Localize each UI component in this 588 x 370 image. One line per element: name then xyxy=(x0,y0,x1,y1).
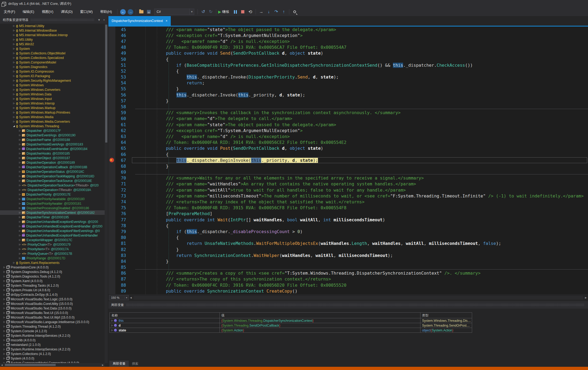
tool-tab-搜索[interactable]: 搜索 xyxy=(129,361,142,367)
tree-item-microsoft-visualstudio-text-ui-wpf-15-0-0-0-[interactable]: ▷Microsoft.VisualStudio.Text.UI.Wpf (15.… xyxy=(0,315,105,320)
expand-icon[interactable]: ▷ xyxy=(3,334,6,337)
code-line-46[interactable]: 46 /// <exception cref="T:System.Argumen… xyxy=(108,32,588,38)
locals-row-d[interactable]: ▷d{System.Threading.SendOrPostCallback}S… xyxy=(110,323,472,328)
language-select[interactable]: C# ▼ xyxy=(154,9,194,15)
editor-horizontal-scrollbar[interactable] xyxy=(134,296,583,300)
tree-item-system-4-0-0-0-[interactable]: ▷System (4.0.0.0) xyxy=(0,356,105,361)
code-line-57[interactable]: 57 } xyxy=(108,98,588,104)
code-line-53[interactable]: 53 this._dispatcher.Invoke(DispatcherPri… xyxy=(108,74,588,80)
undo-button[interactable]: ↺ xyxy=(200,8,207,15)
expand-icon[interactable]: ▷ xyxy=(3,275,6,278)
expand-icon[interactable]: ▷ xyxy=(3,348,6,350)
expand-icon[interactable]: ▷ xyxy=(3,302,6,305)
tree-item-dispatcherunhandledexceptioneventargs[interactable]: ▷DispatcherUnhandledExceptionEventArgs@0… xyxy=(0,219,105,224)
expand-icon[interactable]: ▷ xyxy=(12,47,16,50)
tree-item-system-diagnostics-tools-4-1-2-0-[interactable]: ▷System.Diagnostics.Tools (4.1.2.0) xyxy=(0,274,105,279)
open-button[interactable] xyxy=(138,8,145,15)
tree-item-ms-utility[interactable]: ▷{}MS.Utility xyxy=(0,37,105,42)
code-line-48[interactable]: 48 // Token: 0x06000F49 RID: 3913 RVA: 0… xyxy=(108,44,588,50)
menu-窗口w[interactable]: 窗口(W) xyxy=(76,8,96,16)
expand-icon[interactable]: ▷ xyxy=(12,107,16,109)
tree-item-system-windows-media[interactable]: ▷{}System.Windows.Media xyxy=(0,115,105,119)
expand-icon[interactable]: ▷ xyxy=(12,102,16,104)
code-line-52[interactable]: 52 { xyxy=(108,68,588,74)
tree-item-system-private-uri-4-0-6-0-[interactable]: ▷System.Private.Uri (4.0.6.0) xyxy=(0,288,105,292)
tree-item-dispatcherunhandledexceptionfiltereventhandler[interactable]: ▷DispatcherUnhandledExceptionFilterEvent… xyxy=(0,233,105,238)
tree-item-dispatcherhooks[interactable]: ▷DispatcherHooks@02000185 xyxy=(0,151,105,156)
expand-icon[interactable]: ▷ xyxy=(3,289,6,291)
tree-item-system-windows-input[interactable]: ▷{}System.Windows.Input xyxy=(0,96,105,101)
breakpoint-current-statement-icon[interactable] xyxy=(109,158,114,162)
tree-item-system-security-rightsmanagement[interactable]: ▷{}System.Security.RightsManagement xyxy=(0,78,105,83)
tree-item-system-threading-thread-4-1-2-0-[interactable]: ▷System.Threading.Thread (4.1.2.0) xyxy=(0,324,105,329)
expand-icon[interactable]: ▷ xyxy=(12,84,16,86)
expand-icon[interactable]: ▷ xyxy=(3,312,6,314)
tree-item-dispatcherhookeventhandler[interactable]: ▷DispatcherHookEventHandler@02000184 xyxy=(0,147,105,151)
locals-row-state[interactable]: ▷state{System.Action}object {System.Acti… xyxy=(110,328,472,332)
save-all-button[interactable] xyxy=(145,8,152,15)
expand-icon[interactable]: ▷ xyxy=(12,25,16,27)
expand-icon[interactable]: ▷ xyxy=(12,57,16,59)
code-line-68[interactable]: 68 } xyxy=(108,163,588,169)
expand-icon[interactable]: ▷ xyxy=(12,120,16,123)
code-line-54[interactable]: 54 return; xyxy=(108,80,588,86)
expand-icon[interactable]: ▷ xyxy=(18,243,21,246)
expand-icon[interactable]: ▷ xyxy=(3,339,6,341)
menu-帮助h[interactable]: 帮助(H) xyxy=(96,8,116,16)
expand-icon[interactable]: ▷ xyxy=(12,116,16,118)
tree-item-system[interactable]: ▷{}System xyxy=(0,46,105,51)
tree-item-system-windows-converters[interactable]: ▷{}System.Windows.Converters xyxy=(0,87,105,92)
expand-icon[interactable]: ▷ xyxy=(111,324,113,327)
tree-item-system-io-packaging[interactable]: ▷{}System.IO.Packaging xyxy=(0,74,105,78)
tree-item-netstandard-2-1-0-0-[interactable]: ▷netstandard (2.1.0.0) xyxy=(0,342,105,347)
expand-icon[interactable]: ▷ xyxy=(18,175,21,177)
expand-icon[interactable]: ▷ xyxy=(18,189,21,191)
tree-item-system-collections-4-1-2-0-[interactable]: ▷System.Collections (4.1.2.0) xyxy=(0,352,105,356)
tree-item-system-xaml-replacements[interactable]: ▷{}System.Xaml.Replacements xyxy=(0,260,105,265)
tree-item-system-windows-media-converters[interactable]: ▷{}System.Windows.Media.Converters xyxy=(0,119,105,124)
tree-item-dispatcheroperationtasksource-tresult-[interactable]: ▷<T>DispatcherOperationTaskSource<TResul… xyxy=(0,183,105,188)
scrollbar-thumb[interactable] xyxy=(105,25,107,143)
zoom-level-select[interactable]: 150 % ▼ xyxy=(109,295,129,300)
code-line-47[interactable]: 47 /// <paramref name="d" /> is null.</e… xyxy=(108,38,588,44)
tab-close-icon[interactable]: × xyxy=(166,19,168,23)
tree-item-system-componentmodel-composition-4-0-0-0-[interactable]: ▷System.ComponentModel.Composition (4.0.… xyxy=(0,361,105,363)
tree-item-dispatcheroperationcallback[interactable]: ▷DispatcherOperationCallback@0200018B xyxy=(0,165,105,169)
menu-调试d[interactable]: 调试(D) xyxy=(57,8,76,16)
expand-icon[interactable]: ▷ xyxy=(18,216,21,218)
expand-icon[interactable]: ▷ xyxy=(18,143,21,145)
expand-icon[interactable]: ▷ xyxy=(18,170,21,173)
code-line-63[interactable]: 63 /// <paramref name="d" /> is null.</e… xyxy=(108,133,588,139)
expand-icon[interactable]: ▷ xyxy=(18,202,21,205)
code-line-49[interactable]: 49 public override void Send(SendOrPostC… xyxy=(108,50,588,56)
expand-icon[interactable]: ▷ xyxy=(18,225,21,227)
column-header-值[interactable]: 值 xyxy=(220,313,420,318)
expand-icon[interactable]: ▷ xyxy=(12,38,16,41)
panel-menu-button[interactable]: ▼ xyxy=(96,18,102,21)
expand-icon[interactable]: ▷ xyxy=(18,239,21,241)
code-line-85[interactable]: 85 xyxy=(108,264,588,270)
code-editor[interactable]: 45 /// <param name="state">The object pa… xyxy=(108,27,588,294)
show-next-statement-button[interactable]: → xyxy=(258,8,265,15)
expand-icon[interactable]: ▷ xyxy=(12,34,16,36)
tree-horizontal-scrollbar[interactable]: ◀ ▶ xyxy=(0,363,105,367)
tree-item-mscorlib-4-0-0-0-[interactable]: ▷mscorlib (4.0.0.0) xyxy=(0,338,105,342)
code-line-56[interactable]: 56 this._dispatcher.Invoke(this._priorit… xyxy=(108,92,588,98)
tree-item-ms-internal-windowsbase-interop[interactable]: ▷{}MS.Internal.WindowsBase.Interop xyxy=(0,33,105,37)
expand-icon[interactable]: ▷ xyxy=(3,307,6,309)
code-line-78[interactable]: 78 { xyxy=(108,223,588,229)
tree-item-dispatcheroperation-tresult-[interactable]: ▷<T>DispatcherOperation<TResult>@0200018… xyxy=(0,188,105,192)
tree-item-system-collections-objectmodel[interactable]: ▷{}System.Collections.ObjectModel xyxy=(0,51,105,55)
restart-button[interactable]: ⟲ xyxy=(247,8,254,15)
tree-item-dispatcheroperation[interactable]: ▷DispatcherOperation@02000189 xyxy=(0,160,105,165)
tree-item-system-runtime-interopservices-4-2-2-0-[interactable]: ▷System.Runtime.InteropServices (4.2.2.0… xyxy=(0,347,105,352)
code-line-55[interactable]: 55 } xyxy=(108,86,588,92)
expand-icon[interactable]: ▷ xyxy=(3,298,6,300)
code-line-70[interactable]: 70 /// <summary>Waits for any or all the… xyxy=(108,175,588,181)
tree-item-system-windows-threading[interactable]: ◢{}System.Windows.Threading xyxy=(0,124,105,128)
expand-icon[interactable]: ▷ xyxy=(12,61,16,63)
code-line-51[interactable]: 51 if (BaseCompatibilityPreferences.GetI… xyxy=(108,62,588,68)
code-line-58[interactable]: 58 xyxy=(108,104,588,110)
expand-icon[interactable]: ▷ xyxy=(12,52,16,54)
scroll-left-icon[interactable]: ◀ xyxy=(0,364,4,366)
